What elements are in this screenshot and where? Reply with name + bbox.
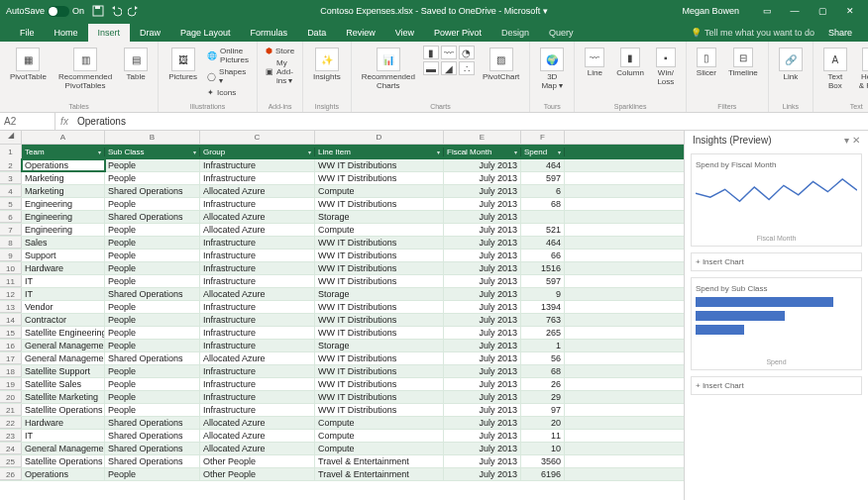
table-row[interactable]: 16General ManagementPeopleInfrastructure… [0, 340, 684, 352]
row-header[interactable]: 12 [0, 288, 22, 300]
cell[interactable]: Shared Operations [105, 417, 200, 429]
cell[interactable]: Infrastructure [200, 250, 315, 261]
cell[interactable]: People [105, 237, 200, 249]
cell[interactable]: 1 [521, 340, 565, 351]
insert-chart-button-2[interactable]: + Insert Chart [691, 376, 862, 395]
table-row[interactable]: 7EngineeringPeopleAllocated AzureCompute… [0, 224, 684, 237]
cell[interactable]: People [105, 301, 200, 313]
table-header-team[interactable]: Team▾ [22, 148, 105, 156]
tell-me-search[interactable]: 💡 Tell me what you want to do [691, 28, 814, 38]
cell[interactable]: 26 [521, 378, 565, 390]
close-icon[interactable]: ✕ [838, 6, 862, 16]
cell[interactable]: WW IT Distributions [315, 327, 444, 339]
table-row[interactable]: 5EngineeringPeopleInfrastructureWW IT Di… [0, 198, 684, 211]
cell[interactable]: 6 [521, 185, 565, 197]
row-header[interactable]: 26 [0, 468, 22, 480]
cell[interactable]: July 2013 [444, 314, 521, 326]
row-header[interactable]: 24 [0, 443, 22, 454]
cell[interactable]: Storage [315, 340, 444, 351]
cell[interactable]: WW IT Distributions [315, 314, 444, 326]
cell[interactable]: WW IT Distributions [315, 275, 444, 287]
cell[interactable]: Engineering [22, 224, 105, 236]
redo-icon[interactable] [128, 5, 140, 17]
table-row[interactable]: 21Satellite OperationsPeopleInfrastructu… [0, 404, 684, 417]
table-row[interactable]: 8SalesPeopleInfrastructureWW IT Distribu… [0, 237, 684, 250]
autosave-toggle[interactable]: AutoSave On [6, 6, 84, 17]
cell[interactable]: Allocated Azure [200, 443, 315, 454]
tab-review[interactable]: Review [336, 24, 385, 42]
my-addins-button[interactable]: ▣My Add-ins ▾ [264, 57, 296, 86]
filter-dropdown-icon[interactable]: ▾ [514, 149, 517, 155]
table-row[interactable]: 20Satellite MarketingPeopleInfrastructur… [0, 391, 684, 404]
cell[interactable]: 6196 [521, 468, 565, 480]
share-button[interactable]: Share [818, 24, 862, 42]
fx-icon[interactable]: fx [55, 116, 73, 127]
row-header[interactable]: 11 [0, 275, 22, 287]
cell[interactable] [521, 211, 565, 223]
cell[interactable]: General Management [22, 352, 105, 364]
cell[interactable]: Satellite Operations [22, 404, 105, 416]
cell[interactable]: Hardware [22, 262, 105, 274]
cell[interactable]: Satellite Engineering [22, 327, 105, 339]
cell[interactable]: July 2013 [444, 327, 521, 339]
cell[interactable]: Infrastructure [200, 404, 315, 416]
icons-button[interactable]: ✦Icons [205, 87, 251, 98]
cell[interactable]: Shared Operations [105, 288, 200, 300]
cell[interactable]: IT [22, 430, 105, 442]
filter-dropdown-icon[interactable]: ▾ [558, 149, 561, 155]
cell[interactable]: Storage [315, 288, 444, 300]
pane-close-icon[interactable]: ▾ ✕ [844, 135, 860, 146]
slicer-button[interactable]: ▯Slicer [693, 46, 720, 80]
cell[interactable]: July 2013 [444, 340, 521, 351]
cell[interactable]: People [105, 172, 200, 184]
minimize-icon[interactable]: — [783, 6, 807, 16]
cell[interactable]: People [105, 378, 200, 390]
cell[interactable]: People [105, 391, 200, 403]
cell[interactable]: Allocated Azure [200, 288, 315, 300]
cell[interactable]: 1394 [521, 301, 565, 313]
textbox-button[interactable]: AText Box [819, 46, 851, 93]
cell[interactable]: 29 [521, 391, 565, 403]
cell[interactable]: Vendor [22, 301, 105, 313]
tab-data[interactable]: Data [297, 24, 336, 42]
tab-design[interactable]: Design [491, 24, 539, 42]
user-name[interactable]: Megan Bowen [682, 6, 739, 16]
tab-draw[interactable]: Draw [130, 24, 170, 42]
cell[interactable]: Shared Operations [105, 430, 200, 442]
area-chart-icon[interactable]: ◢ [441, 61, 457, 75]
cell[interactable]: Engineering [22, 198, 105, 210]
table-row[interactable]: 18Satellite SupportPeopleInfrastructureW… [0, 365, 684, 378]
cell[interactable]: Marketing [22, 172, 105, 184]
row-header[interactable]: 25 [0, 455, 22, 467]
cell[interactable]: 464 [521, 237, 565, 249]
cell[interactable]: People [105, 159, 200, 171]
cell[interactable]: 68 [521, 198, 565, 210]
cell[interactable]: July 2013 [444, 172, 521, 184]
cell[interactable]: People [105, 198, 200, 210]
cell[interactable]: Compute [315, 443, 444, 454]
cell[interactable]: 3560 [521, 455, 565, 467]
save-icon[interactable] [92, 5, 104, 17]
row-header[interactable]: 19 [0, 378, 22, 390]
table-row[interactable]: 12ITShared OperationsAllocated AzureStor… [0, 288, 684, 301]
table-row[interactable]: 24General ManagementShared OperationsAll… [0, 443, 684, 455]
table-row[interactable]: 25Satellite OperationsShared OperationsO… [0, 455, 684, 468]
cell[interactable]: July 2013 [444, 159, 521, 171]
cell[interactable]: General Management [22, 340, 105, 351]
shapes-button[interactable]: ◯Shapes ▾ [205, 66, 251, 86]
cell[interactable]: Contractor [22, 314, 105, 326]
row-header[interactable]: 3 [0, 172, 22, 184]
insert-chart-button[interactable]: + Insert Chart [691, 252, 862, 271]
cell[interactable]: Operations [22, 159, 105, 171]
pivotchart-button[interactable]: ▨PivotChart [479, 46, 523, 84]
cell[interactable]: Other People [200, 455, 315, 467]
cell[interactable]: 763 [521, 314, 565, 326]
cell[interactable]: Compute [315, 430, 444, 442]
pivottable-button[interactable]: ▦PivotTable [6, 46, 51, 84]
cell[interactable]: July 2013 [444, 198, 521, 210]
insight-card-2[interactable]: Spend by Sub Class Spend [691, 277, 862, 370]
table-row[interactable]: 22HardwareShared OperationsAllocated Azu… [0, 417, 684, 430]
table-header-fiscalmonth[interactable]: Fiscal Month▾ [444, 148, 521, 156]
tab-formulas[interactable]: Formulas [241, 24, 298, 42]
col-header-c[interactable]: C [200, 131, 315, 144]
